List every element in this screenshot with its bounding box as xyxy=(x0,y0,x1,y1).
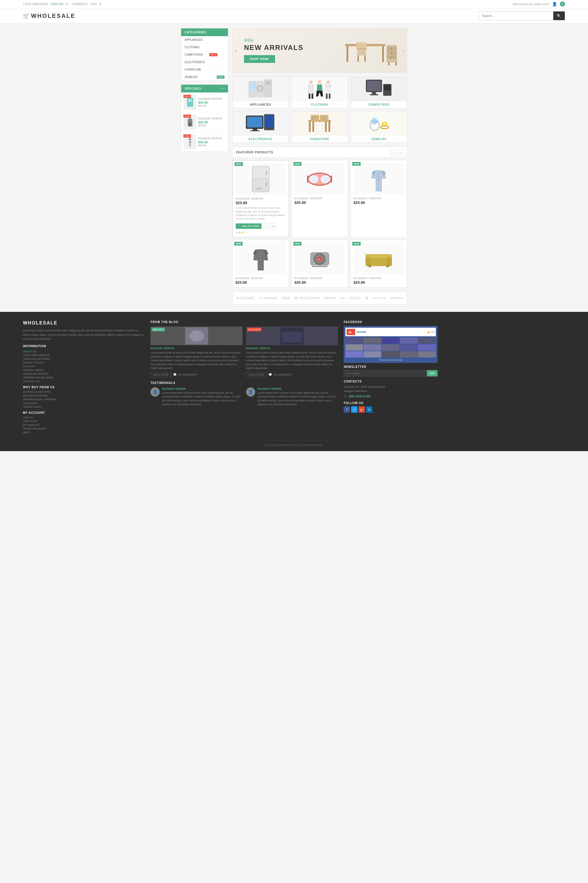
featured-header: FEATURED PRODUCTS ‹ › xyxy=(232,147,407,157)
blog-post-image-2[interactable]: 26.01.2015 xyxy=(246,327,338,345)
search-button[interactable]: 🔍 xyxy=(553,12,565,20)
my-account-section: MY ACCOUNT SIGN IN VIEW CART MY WISHLIST… xyxy=(23,411,145,434)
svg-text:b: b xyxy=(318,258,320,261)
footer-link-secure[interactable]: SECURE SHOPPING xyxy=(23,394,145,397)
banner-next-icon[interactable]: › xyxy=(403,47,405,53)
category-furniture[interactable]: FURNITURE xyxy=(291,111,348,143)
brand-armani[interactable]: ✦ ARMANI xyxy=(259,296,278,300)
footer-link-privacy[interactable]: PRIVACY POLICY xyxy=(23,361,145,364)
footer-link-search[interactable]: SEARCH TERMS xyxy=(23,369,145,372)
social-twitter-button[interactable]: t xyxy=(351,406,357,413)
footer-link-sitemap[interactable]: SITE MAP xyxy=(23,365,145,368)
facebook-like-area: Jo Joomla! 👍 Like xyxy=(345,328,435,336)
newsletter-go-button[interactable]: GO! xyxy=(427,370,438,376)
currency-link[interactable]: USD xyxy=(91,3,97,6)
brand-ck[interactable]: CK xyxy=(340,296,345,300)
svg-rect-23 xyxy=(388,62,390,66)
sidebar-item-electronics[interactable]: ELECTRONICS xyxy=(181,58,228,66)
social-google-button[interactable]: g+ xyxy=(358,406,365,413)
category-clothing[interactable]: CLOTHING xyxy=(291,76,348,108)
svg-rect-37 xyxy=(326,94,328,99)
sidebar-item-label: CLOTHING xyxy=(184,46,200,49)
search-input[interactable] xyxy=(478,12,553,20)
testimonial-avatar-2: 👤 xyxy=(246,387,255,397)
special-item-info: EIUSMOD TEMPOR $25.89 $27.89 xyxy=(198,117,222,127)
sidebar-item-clothing[interactable]: CLOTHING xyxy=(181,43,228,51)
svg-point-109 xyxy=(189,330,204,342)
sidebar-item-furniture[interactable]: FURNITURE xyxy=(181,66,228,73)
brand-dg[interactable]: D&G xyxy=(282,296,290,300)
footer-link-contact[interactable]: CONTACT US xyxy=(23,380,145,383)
read-more-button-1[interactable]: READ MORE xyxy=(150,372,171,377)
sidebar-item-jewelry[interactable]: JEWELRY NEW xyxy=(181,73,228,81)
sidebar-item-computers[interactable]: COMPUTERS SALE › xyxy=(181,51,228,58)
blog-post-2: 26.01.2015 EIUSMOD TEMPOR Lorem ipsum do… xyxy=(246,327,338,377)
footer-link-group[interactable]: GROUP SALES xyxy=(23,405,145,408)
footer-link-intl[interactable]: INTERNATIONAL SHIPPING xyxy=(23,398,145,401)
compare-button[interactable]: ⊕ xyxy=(270,223,276,229)
add-to-cart-button[interactable]: 🛒 ADD TO CART xyxy=(236,223,261,229)
newsletter-input[interactable] xyxy=(344,370,427,376)
brand-bulgari[interactable]: BULGARI xyxy=(372,297,386,300)
svg-point-36 xyxy=(327,80,330,84)
featured-title: FEATURED PRODUCTS xyxy=(236,151,273,154)
brand-ferre[interactable]: FERRE xyxy=(324,296,336,300)
brand-m[interactable]: M xyxy=(365,296,368,300)
product-price: $25.89 xyxy=(295,201,345,205)
brand-prada[interactable]: PRADA xyxy=(390,296,403,300)
category-electronics[interactable]: ELECTRONICS xyxy=(232,111,288,143)
footer-link-affiliates[interactable]: AFFILIATES xyxy=(23,402,145,405)
product-card-5: NEW b EIUSMOD TEMPOR $25.89 xyxy=(291,240,348,288)
language-link[interactable]: ENGLISH xyxy=(51,3,63,6)
category-computers[interactable]: COMPUTERS xyxy=(351,76,407,108)
special-item-2[interactable]: SALE EIUSMOD TEMPOR $25.89 $27.89 xyxy=(181,112,228,132)
social-facebook-button[interactable]: f xyxy=(344,406,350,413)
sale-badge: SALE xyxy=(183,134,191,138)
svg-rect-58 xyxy=(312,122,314,132)
prev-products-button[interactable]: ‹ xyxy=(391,149,397,155)
svg-point-74 xyxy=(383,123,387,125)
sidebar-item-appliances[interactable]: APPLIANCES › xyxy=(181,36,228,43)
next-products-button[interactable]: › xyxy=(398,149,404,155)
wishlist-button[interactable]: ♡ xyxy=(263,223,269,229)
footer-link-advanced[interactable]: ADVANCED SEARCH xyxy=(23,372,145,375)
special-item-price: $25.89 xyxy=(198,121,222,124)
svg-rect-101 xyxy=(312,266,328,267)
testimonial-1: 👤 EIUSMOD TEMPOR Lorem ipsum dolor sit a… xyxy=(150,387,242,406)
category-jewelry[interactable]: JEWELRY xyxy=(351,111,407,143)
category-image xyxy=(351,111,407,136)
footer-link-about[interactable]: ABOUT US xyxy=(23,350,145,353)
svg-rect-41 xyxy=(372,92,376,94)
footer-link-viewcart[interactable]: VIEW CART xyxy=(23,420,145,423)
brand-trussardi[interactable]: ⌘ TRUSSARDI xyxy=(294,296,320,300)
comments-count-1: 25 COMMENTS xyxy=(178,373,197,376)
banner-text: IKEA NEW ARRIVALS SHOP NOW! xyxy=(232,32,315,69)
cart-top-icon[interactable]: 0 xyxy=(560,1,565,7)
footer-link-help[interactable]: HELP xyxy=(23,431,145,434)
footer-link-wishlist[interactable]: MY WISHLIST xyxy=(23,424,145,426)
category-appliances[interactable]: APPLIANCES xyxy=(232,76,288,108)
svg-rect-45 xyxy=(384,91,391,92)
testimonial-text-1: Lorem ipsum dolor sit amet corse ctatur … xyxy=(162,391,242,406)
brand-chanel[interactable]: ⊕ CHANEL xyxy=(236,296,255,300)
footer-link-orders[interactable]: ORDERS AND RETURNS xyxy=(23,376,145,379)
footer-link-customer[interactable]: CUSTOMER SERVICE xyxy=(23,354,145,357)
logo[interactable]: 🛒 WHOLESALE xyxy=(23,13,75,19)
svg-rect-47 xyxy=(384,94,391,95)
special-item-1[interactable]: SALE EIUSMOD TEMPOR $25.89 $27.89 xyxy=(181,93,228,112)
blog-post-image-1[interactable]: FEB 2015 xyxy=(150,327,242,345)
special-item-3[interactable]: SALE EIUSMOD TEMPOR $25.89 $27.89 xyxy=(181,132,228,151)
footer-link-template[interactable]: TEMPLATE SETTINGS xyxy=(23,357,145,360)
footer-link-track[interactable]: TRACK MY ORDER xyxy=(23,427,145,430)
read-more-button-2[interactable]: READ MORE xyxy=(246,372,267,377)
user-icon[interactable]: 👤 xyxy=(552,2,557,6)
footer-link-signin[interactable]: SIGN IN xyxy=(23,416,145,419)
svg-rect-26 xyxy=(249,83,255,90)
shop-now-button[interactable]: SHOP NOW! xyxy=(244,55,275,63)
svg-point-93 xyxy=(260,253,261,255)
footer-link-shipping[interactable]: SHIPPING & RETURNS xyxy=(23,391,145,393)
brand-gucci[interactable]: GUCCI xyxy=(350,296,361,300)
facebook-widget[interactable]: Jo Joomla! 👍 Like xyxy=(344,326,437,363)
social-linkedin-button[interactable]: in xyxy=(366,406,372,413)
svg-rect-7 xyxy=(382,46,384,62)
